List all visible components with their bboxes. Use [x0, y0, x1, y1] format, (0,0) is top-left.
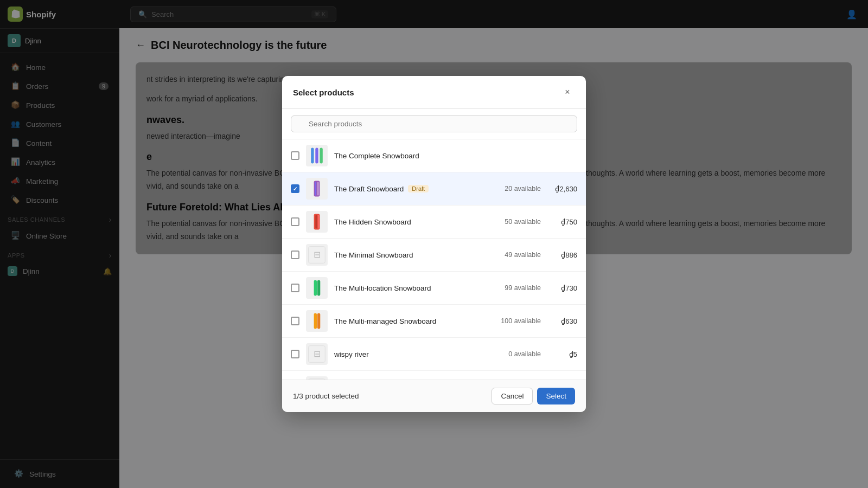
product-availability-draft: 20 available: [492, 185, 541, 192]
product-name-minimal-snowboard: The Minimal Snowboard: [334, 251, 486, 259]
product-thumb-hidden-snowboard: [306, 211, 328, 233]
product-thumb-minimal-snowboard: ⊟: [306, 244, 328, 266]
svg-rect-5: [317, 182, 319, 195]
product-thumb-complete-snowboard: [306, 145, 328, 166]
product-thumb-multimanaged-snowboard: [306, 310, 328, 332]
product-row-draft-snowboard[interactable]: The Draft Snowboard Draft 20 available ₫…: [282, 172, 586, 206]
product-row-yellow-snowboard[interactable]: ⊟ Yellow Snowboard 0 available ₫17: [282, 371, 586, 380]
select-products-modal: Select products × 🔍: [282, 76, 586, 412]
product-name-wispy-river: wispy river: [334, 350, 486, 358]
product-thumb-wispy-river: ⊟: [306, 343, 328, 365]
product-availability-multimanaged: 100 available: [492, 317, 541, 325]
modal-title: Select products: [293, 88, 354, 97]
svg-rect-4: [315, 182, 316, 195]
product-price-draft: ₫2,630: [547, 185, 577, 193]
draft-badge: Draft: [408, 185, 429, 192]
svg-rect-0: [311, 148, 314, 164]
modal-search-wrapper: 🔍: [291, 115, 577, 132]
modal-header: Select products ×: [282, 76, 586, 109]
product-row-multimanaged-snowboard[interactable]: The Multi-managed Snowboard 100 availabl…: [282, 305, 586, 338]
svg-rect-1: [315, 148, 318, 164]
product-name-hidden-snowboard: The Hidden Snowboard: [334, 218, 486, 226]
modal-close-button[interactable]: ×: [560, 85, 575, 100]
product-thumb-draft-snowboard: [306, 178, 328, 200]
svg-rect-12: [317, 280, 320, 296]
product-price-multilocation: ₫730: [547, 284, 577, 292]
modal-overlay: Select products × 🔍: [119, 0, 868, 488]
modal-footer: 1/3 product selected Cancel Select: [282, 380, 586, 412]
modal-search-section: 🔍: [282, 109, 586, 139]
footer-actions: Cancel Select: [492, 388, 575, 404]
product-row-complete-snowboard[interactable]: The Complete Snowboard: [282, 139, 586, 172]
checkbox-multimanaged-snowboard[interactable]: [291, 317, 299, 325]
checkbox-hidden-snowboard[interactable]: [291, 217, 299, 226]
product-price-wispy: ₫5: [547, 350, 577, 358]
svg-rect-8: [318, 215, 319, 228]
product-row-hidden-snowboard[interactable]: The Hidden Snowboard 50 available ₫750: [282, 206, 586, 239]
product-availability-multilocation: 99 available: [492, 284, 541, 292]
product-availability-wispy: 0 available: [492, 350, 541, 358]
selected-count-label: 1/3 product selected: [293, 392, 359, 400]
modal-product-list: The Complete Snowboard: [282, 139, 586, 380]
checkbox-multilocation-snowboard[interactable]: [291, 284, 299, 292]
svg-rect-3: [314, 181, 320, 197]
product-name-draft-snowboard: The Draft Snowboard Draft: [334, 185, 486, 193]
product-price-minimal: ₫886: [547, 251, 577, 259]
svg-rect-14: [317, 313, 320, 329]
modal-search-input[interactable]: [291, 115, 577, 132]
checkbox-wispy-river[interactable]: [291, 350, 299, 358]
product-row-wispy-river[interactable]: ⊟ wispy river 0 available ₫5: [282, 338, 586, 371]
product-availability-hidden: 50 available: [492, 218, 541, 226]
product-price-hidden: ₫750: [547, 218, 577, 226]
product-name-complete-snowboard: The Complete Snowboard: [334, 152, 486, 160]
checkbox-draft-snowboard[interactable]: [291, 184, 299, 193]
product-row-multilocation-snowboard[interactable]: The Multi-location Snowboard 99 availabl…: [282, 272, 586, 305]
select-button[interactable]: Select: [537, 388, 575, 404]
svg-rect-11: [314, 280, 317, 296]
product-price-multimanaged: ₫630: [547, 317, 577, 325]
checkbox-minimal-snowboard[interactable]: [291, 251, 299, 259]
product-availability-minimal: 49 available: [492, 251, 541, 259]
svg-text:⊟: ⊟: [314, 249, 321, 259]
svg-rect-13: [314, 313, 317, 329]
svg-text:⊟: ⊟: [314, 349, 321, 358]
svg-rect-2: [320, 148, 322, 164]
product-thumb-multilocation-snowboard: [306, 277, 328, 299]
checkbox-complete-snowboard[interactable]: [291, 151, 299, 160]
product-row-minimal-snowboard[interactable]: ⊟ The Minimal Snowboard 49 available ₫88…: [282, 239, 586, 272]
main-content: 🔍 Search ⌘ K 👤 ← BCI Neurotechnology is …: [119, 0, 868, 488]
svg-rect-7: [315, 215, 317, 228]
product-name-multimanaged-snowboard: The Multi-managed Snowboard: [334, 317, 486, 325]
product-name-multilocation-snowboard: The Multi-location Snowboard: [334, 284, 486, 292]
cancel-button[interactable]: Cancel: [492, 388, 533, 404]
